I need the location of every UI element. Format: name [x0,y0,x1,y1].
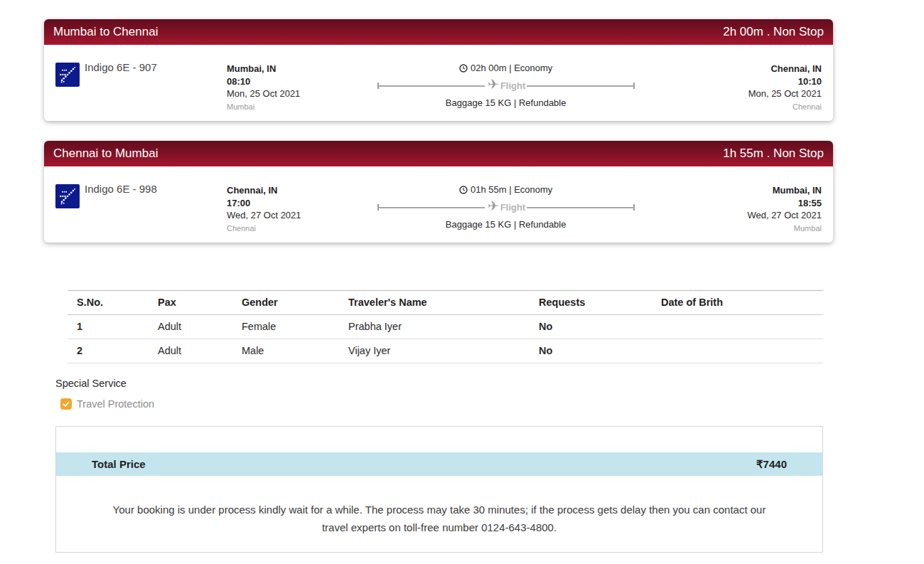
passenger-table: S.No. Pax Gender Traveler's Name Request… [68,290,823,363]
flight-header: Mumbai to Chennai 2h 00m . Non Stop [44,19,833,45]
total-price-row: Total Price ₹7440 [56,452,822,476]
arrival-airport: Mumbai [708,223,822,235]
flight-label: Flight [500,80,525,91]
arrival-date: Mon, 25 Oct 2021 [708,87,822,100]
cell-gender: Female [232,315,339,339]
table-row: 1 Adult Female Prabha Iyer No [68,315,823,339]
arrival-info: Chennai, IN 10:10 Mon, 25 Oct 2021 Chenn… [708,63,822,113]
indigo-logo [55,184,80,208]
special-service-title: Special Service [55,378,924,389]
total-price-amount: ₹7440 [756,458,787,471]
cell-pax: Adult [149,339,232,363]
departure-city: Chennai, IN [227,184,340,197]
flight-label: Flight [500,202,525,213]
price-summary-box: Total Price ₹7440 Your booking is under … [55,426,823,553]
arrival-city: Chennai, IN [708,63,822,75]
indigo-logo-plane-icon [57,64,78,85]
departure-airport: Chennai [227,223,340,235]
col-date-of-birth: Date of Brith [652,291,823,315]
duration-stop-label: 2h 00m . Non Stop [723,25,824,39]
airline-flight-number: Indigo 6E - 998 [85,183,157,208]
travel-protection-checkbox[interactable] [60,398,72,410]
departure-city: Mumbai, IN [227,63,340,75]
arrival-time: 10:10 [708,75,822,88]
indigo-logo [55,63,80,87]
departure-airport: Mumbai [227,101,340,114]
travel-protection-label: Travel Protection [77,398,154,410]
flight-path-graphic: ✈ Flight [377,201,635,213]
flight-header: Chennai to Mumbai 1h 55m . Non Stop [44,141,833,166]
arrival-airport: Chennai [708,101,822,114]
cell-requests: No [530,339,652,363]
booking-process-notice: Your booking is under process kindly wai… [56,476,822,536]
cell-pax: Adult [149,315,232,339]
arrival-city: Mumbai, IN [708,184,822,197]
baggage-refund-label: Baggage 15 KG | Refundable [377,97,635,108]
clock-icon [459,64,468,73]
route-title: Chennai to Mumbai [53,147,158,161]
departure-time: 17:00 [227,197,340,210]
col-sno: S.No. [68,291,149,315]
arrival-info: Mumbai, IN 18:55 Wed, 27 Oct 2021 Mumbai [708,184,822,235]
total-price-label: Total Price [92,458,146,470]
check-icon [63,401,70,407]
cell-date-of-birth [652,315,823,339]
arrival-time: 18:55 [708,197,822,210]
flight-card-onward: Mumbai to Chennai 2h 00m . Non Stop [44,19,833,121]
clock-icon [459,186,468,194]
cell-date-of-birth [652,339,823,363]
flight-mid-info: 02h 00m | Economy ✈ Flight Baggage 15 KG… [377,63,635,108]
flight-card-return: Chennai to Mumbai 1h 55m . Non Stop [44,141,833,243]
cell-sno: 2 [68,339,149,363]
departure-info: Chennai, IN 17:00 Wed, 27 Oct 2021 Chenn… [227,184,340,235]
departure-time: 08:10 [227,75,340,88]
cell-sno: 1 [68,315,149,339]
cell-traveler-name: Vijay Iyer [339,339,530,363]
col-requests: Requests [530,291,652,315]
travel-protection-row[interactable]: Travel Protection [60,398,924,410]
duration-class-label: 02h 00m | Economy [471,63,552,73]
route-title: Mumbai to Chennai [53,25,158,39]
baggage-refund-label: Baggage 15 KG | Refundable [377,219,635,230]
plane-icon: ✈ [488,201,499,211]
indigo-logo-plane-icon [57,186,78,207]
departure-date: Wed, 27 Oct 2021 [227,209,340,222]
cell-gender: Male [232,339,339,363]
airline-flight-number: Indigo 6E - 907 [85,61,157,87]
plane-icon: ✈ [488,80,499,90]
duration-class-label: 01h 55m | Economy [471,184,552,195]
table-header-row: S.No. Pax Gender Traveler's Name Request… [68,291,823,315]
col-gender: Gender [232,291,339,315]
cell-requests: No [530,315,652,339]
flight-mid-info: 01h 55m | Economy ✈ Flight Baggage 15 KG… [377,184,635,230]
col-traveler-name: Traveler's Name [339,291,530,315]
departure-date: Mon, 25 Oct 2021 [227,87,340,100]
duration-stop-label: 1h 55m . Non Stop [723,147,824,161]
flight-path-graphic: ✈ Flight [377,80,635,92]
departure-info: Mumbai, IN 08:10 Mon, 25 Oct 2021 Mumbai [227,63,340,113]
col-pax: Pax [149,291,232,315]
table-row: 2 Adult Male Vijay Iyer No [68,339,823,363]
cell-traveler-name: Prabha Iyer [339,315,530,339]
arrival-date: Wed, 27 Oct 2021 [708,209,822,222]
